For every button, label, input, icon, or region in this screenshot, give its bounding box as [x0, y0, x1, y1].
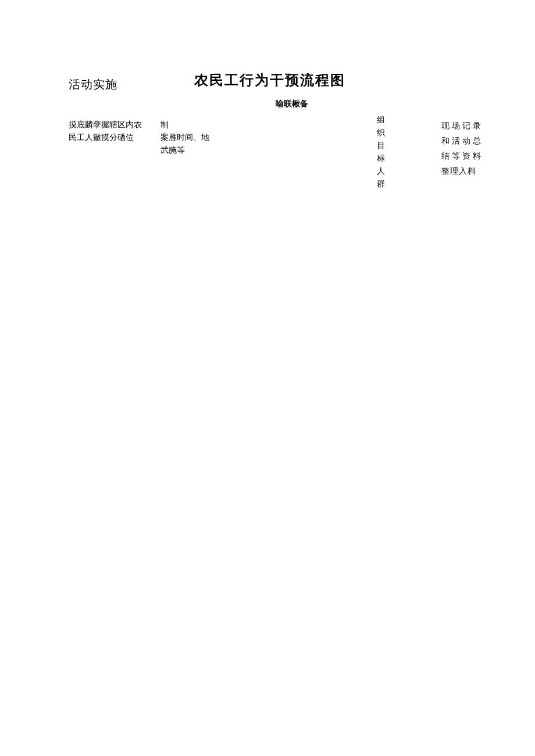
col1-line1: 摸底麟孽握辖区内农 — [69, 119, 150, 131]
col4-line2: 和活动总 — [441, 134, 497, 149]
col4-line4: 整理入档 — [441, 164, 497, 179]
subtitle: 喻联楸备 — [276, 99, 308, 109]
col3-c4: 标 — [377, 152, 386, 165]
column-1: 摸底麟孽握辖区内农 民工人徽摸分硒位 — [69, 119, 150, 144]
activity-label: 活动实施 — [69, 77, 117, 92]
col3-c3: 目 — [377, 139, 386, 152]
col4-line1: 现场记录 — [441, 119, 497, 134]
col3-c2: 织 — [377, 127, 386, 139]
col3-c6: 群 — [377, 178, 386, 191]
col2-line2: 案雁时间、地 — [160, 131, 219, 144]
col3-c1: 组 — [377, 114, 386, 127]
col1-line2: 民工人徽摸分硒位 — [69, 131, 150, 144]
column-4: 现场记录 和活动总 结等资料 整理入档 — [441, 119, 497, 179]
col3-c5: 人 — [377, 165, 386, 178]
col2-line3: 武腌等 — [160, 144, 219, 157]
column-2: 制 案雁时间、地 武腌等 — [160, 119, 219, 157]
main-title: 农民工行为干预流程图 — [194, 71, 345, 89]
column-3: 组 织 目 标 人 群 — [377, 114, 386, 191]
col4-line3: 结等资料 — [441, 149, 497, 164]
col2-line1: 制 — [160, 119, 219, 131]
